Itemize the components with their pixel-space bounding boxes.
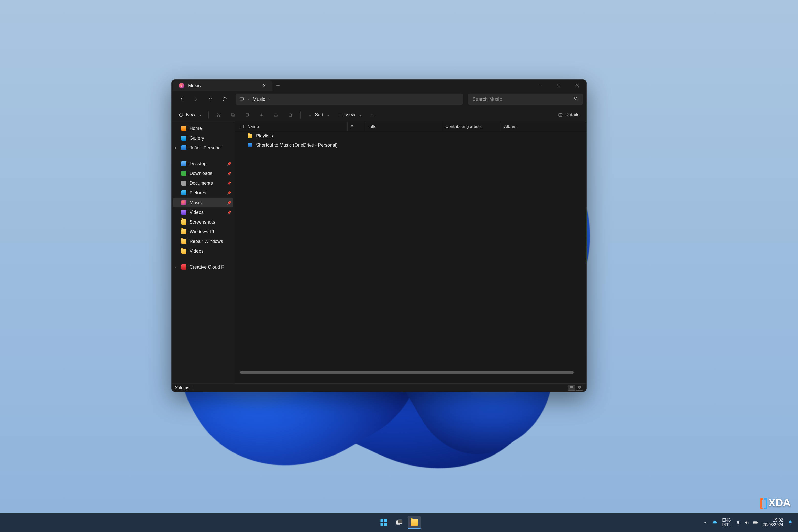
sidebar-item-screenshots[interactable]: Screenshots	[173, 217, 233, 227]
column-number[interactable]: #	[347, 122, 365, 131]
sort-button[interactable]: Sort⌄	[304, 110, 333, 120]
tab-music[interactable]: ♪ Music ✕	[173, 80, 272, 91]
clock[interactable]: 19:02 20/08/2024	[763, 518, 783, 527]
chevron-right-icon: ›	[175, 265, 176, 269]
svg-rect-17	[231, 113, 234, 116]
videos-icon	[181, 210, 187, 215]
cut-button[interactable]	[212, 110, 225, 120]
sidebar-item-desktop[interactable]: Desktop📌	[173, 159, 233, 169]
file-row-shortcut[interactable]: Shortcut to Music (OneDrive - Personal)	[235, 140, 587, 150]
taskview-icon	[395, 519, 403, 526]
rename-button[interactable]	[255, 110, 268, 120]
pin-icon: 📌	[227, 162, 231, 166]
taskview-button[interactable]	[392, 516, 406, 529]
svg-rect-39	[384, 519, 387, 522]
thumbnails-view-button[interactable]	[576, 385, 583, 391]
notifications-button[interactable]	[788, 520, 793, 525]
sidebar-item-windows11[interactable]: Windows 11	[173, 227, 233, 236]
navigation-pane[interactable]: Home Gallery ›João - Personal Desktop📌 D…	[172, 122, 235, 383]
column-name[interactable]: Name	[240, 122, 347, 131]
downloads-icon	[181, 171, 187, 176]
file-explorer-taskbar-button[interactable]	[408, 516, 421, 529]
back-button[interactable]	[175, 94, 188, 105]
shortcut-icon	[247, 142, 252, 148]
chevron-right-icon: ›	[269, 97, 270, 101]
file-row-playlists[interactable]: Playlists	[235, 131, 587, 140]
pin-icon: 📌	[227, 172, 231, 175]
up-button[interactable]	[204, 94, 217, 105]
sidebar-item-pictures[interactable]: Pictures📌	[173, 188, 233, 198]
sidebar-item-downloads[interactable]: Downloads📌	[173, 169, 233, 178]
onedrive-icon	[181, 145, 187, 150]
watermark: []XDA	[760, 497, 790, 509]
svg-rect-41	[384, 523, 387, 526]
svg-marker-45	[745, 521, 747, 524]
close-window-button[interactable]	[568, 79, 587, 91]
sidebar-item-creative-cloud[interactable]: ›Creative Cloud F	[173, 262, 233, 272]
column-album[interactable]: Album	[501, 122, 552, 131]
svg-rect-34	[578, 386, 579, 387]
pin-icon: 📌	[227, 191, 231, 195]
horizontal-scrollbar[interactable]	[240, 370, 574, 374]
close-tab-button[interactable]: ✕	[261, 82, 268, 89]
onedrive-tray-icon[interactable]	[712, 520, 718, 525]
sidebar-item-videos2[interactable]: Videos	[173, 246, 233, 256]
folder-icon	[247, 133, 252, 138]
tab-title: Music	[188, 83, 257, 89]
item-count: 2 items	[175, 385, 189, 390]
forward-button[interactable]	[190, 94, 202, 105]
navigation-row: › Music › Search Music	[172, 91, 587, 108]
new-button[interactable]: New⌄	[175, 110, 205, 120]
start-button[interactable]	[377, 516, 390, 529]
windows-icon	[380, 519, 387, 526]
new-tab-button[interactable]: ＋	[272, 79, 284, 91]
svg-rect-20	[260, 114, 263, 116]
view-button[interactable]: View⌄	[335, 110, 365, 120]
delete-button[interactable]	[284, 110, 297, 120]
taskbar[interactable]: ENG INTL 19:02 20/08/2024	[0, 513, 798, 532]
system-tray[interactable]	[736, 520, 758, 525]
svg-rect-29	[558, 113, 562, 116]
column-contributing[interactable]: Contributing artists	[442, 122, 501, 131]
sidebar-item-music[interactable]: Music📌	[173, 198, 233, 207]
sidebar-item-personal[interactable]: ›João - Personal	[173, 143, 233, 153]
search-input[interactable]: Search Music	[468, 94, 583, 105]
sidebar-item-videos[interactable]: Videos📌	[173, 207, 233, 217]
gallery-icon	[181, 136, 187, 141]
more-button[interactable]	[366, 110, 379, 120]
sidebar-item-home[interactable]: Home	[173, 124, 233, 133]
svg-rect-5	[240, 98, 244, 100]
pin-icon: 📌	[227, 210, 231, 214]
address-bar[interactable]: › Music ›	[235, 94, 463, 105]
svg-rect-49	[757, 522, 758, 523]
scissors-icon	[216, 113, 221, 117]
maximize-button[interactable]	[550, 79, 568, 91]
share-button[interactable]	[270, 110, 282, 120]
svg-point-27	[373, 115, 373, 115]
select-all-checkbox[interactable]	[240, 125, 244, 128]
folder-icon	[181, 249, 187, 254]
paste-button[interactable]	[241, 110, 254, 120]
minimize-button[interactable]	[531, 79, 550, 91]
tray-expand-button[interactable]	[703, 520, 708, 525]
rename-icon	[259, 113, 264, 117]
sidebar-item-documents[interactable]: Documents📌	[173, 178, 233, 188]
folder-icon	[181, 239, 187, 244]
refresh-button[interactable]	[218, 94, 231, 105]
sidebar-item-gallery[interactable]: Gallery	[173, 133, 233, 143]
address-segment[interactable]: Music	[253, 96, 265, 102]
svg-rect-38	[381, 519, 383, 522]
column-title[interactable]: Title	[365, 122, 442, 131]
svg-rect-16	[232, 114, 234, 116]
sidebar-item-repair[interactable]: Repair Windows	[173, 236, 233, 246]
trash-icon	[288, 113, 292, 117]
folder-icon	[181, 220, 187, 225]
language-indicator[interactable]: ENG INTL	[722, 518, 731, 527]
volume-icon	[744, 520, 749, 525]
clipboard-icon	[245, 113, 250, 117]
copy-button[interactable]	[227, 110, 240, 120]
svg-point-7	[574, 97, 577, 99]
chevron-right-icon: ›	[248, 97, 249, 101]
details-view-button[interactable]	[568, 385, 575, 391]
details-button[interactable]: Details	[554, 110, 583, 120]
